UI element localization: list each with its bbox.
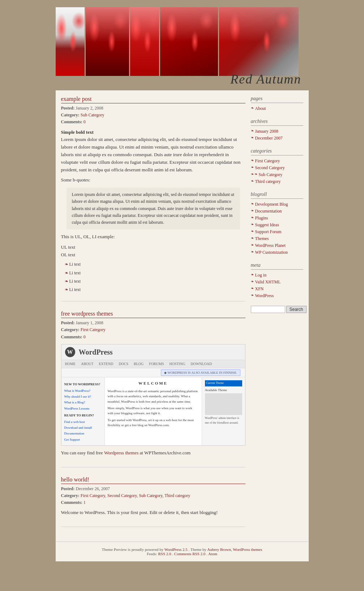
blogroll-list: Development Blog Documentation Plugins S… xyxy=(251,201,303,256)
categories-heading: categories xyxy=(251,148,303,155)
footer-wp-themes-link[interactable]: WordPress themes xyxy=(233,547,262,552)
sidebar-link-dec2007[interactable]: December 2007 xyxy=(255,136,283,141)
wp-nav-docs: DOCS xyxy=(119,361,128,367)
post-cat-link-2[interactable]: Second Category xyxy=(107,493,137,498)
wp-sidebar-link: What is a Blog? xyxy=(64,399,102,405)
wp-screenshot: W WordPress HOME ABOUT EXTEND DOCS BLOG … xyxy=(61,344,245,446)
list-item: WordPress Planet xyxy=(251,242,303,249)
sidebar-link-first-cat[interactable]: First Category xyxy=(255,158,280,163)
sidebar-blogroll: blogroll Development Blog Documentation … xyxy=(251,192,303,256)
list-item: Valid XHTML xyxy=(251,279,303,286)
post-body-example: Simple bold text Lorem ipsum dolor sit a… xyxy=(61,129,245,294)
meta-list: Log in Valid XHTML XFN WordPress xyxy=(251,272,303,299)
sidebar-link-jan2008[interactable]: January 2008 xyxy=(255,129,278,134)
wp-sidebar-link: Get Support xyxy=(64,437,102,442)
sidebar-link-dev-blog[interactable]: Development Blog xyxy=(255,202,288,207)
footer-rss-link[interactable]: RSS 2.0 xyxy=(158,552,171,556)
wp-sidebar-list2: Find a web host Download and install Doc… xyxy=(64,419,102,443)
list-item: WordPress xyxy=(251,292,303,299)
post-body-text: You can easy find free Wordpress themes … xyxy=(61,449,245,457)
search-button[interactable]: Search xyxy=(286,306,307,313)
sidebar-link-about[interactable]: About xyxy=(255,106,266,111)
categories-list: First Category Second Category ❧ Sub Cat… xyxy=(251,158,303,185)
post-hello-world: hello world! Posted: December 26, 2007 C… xyxy=(61,476,245,527)
sidebar-link-login[interactable]: Log in xyxy=(255,273,267,278)
sidebar-link-sub-cat[interactable]: Sub Category xyxy=(259,172,283,177)
sidebar-pages: pages About xyxy=(251,96,303,112)
list-item: Documentation xyxy=(251,208,303,215)
list-item: Second Category xyxy=(251,164,303,171)
post-title-link-example[interactable]: example post xyxy=(61,96,92,102)
post-category-link[interactable]: Sub Category xyxy=(81,112,104,117)
footer-wp-link[interactable]: WordPress 2.5 xyxy=(164,547,188,552)
sidebar: pages About archives January 2008 Decemb… xyxy=(251,96,303,536)
post-meta-example: Posted: January 2, 2008 Category: Sub Ca… xyxy=(61,105,245,126)
post-comments-link-3[interactable]: 1 xyxy=(83,500,86,505)
post-title-link-free-wp[interactable]: free wordpress themes xyxy=(61,311,113,317)
post-meta-hello: Posted: December 26, 2007 Category: Firs… xyxy=(61,485,245,506)
post-example: example post Posted: January 2, 2008 Cat… xyxy=(61,96,245,301)
list-item: December 2007 xyxy=(251,135,303,142)
content-area: example post Posted: January 2, 2008 Cat… xyxy=(61,96,245,536)
post-title-divider-2 xyxy=(61,318,245,318)
post-cat-link-3[interactable]: Sub Category xyxy=(139,493,163,498)
wp-sidebar-h2: READY TO BEGIN? xyxy=(64,413,102,418)
wp-nav-extend: EXTEND xyxy=(99,361,113,367)
list-item-sub: ❧ Sub Category xyxy=(251,171,303,178)
post-cat-link-4[interactable]: Third category xyxy=(164,493,190,498)
search-bar: Search xyxy=(251,306,303,313)
search-input[interactable] xyxy=(251,306,285,313)
post-meta-free-wp: Posted: January 1, 2008 Category: First … xyxy=(61,320,245,341)
ol-label: OL text xyxy=(61,251,245,259)
post-free-wp-themes: free wordpress themes Posted: January 1,… xyxy=(61,311,245,467)
list-item: Suggest Ideas xyxy=(251,222,303,228)
list-item: Development Blog xyxy=(251,201,303,208)
sidebar-link-second-cat[interactable]: Second Category xyxy=(255,165,285,170)
wp-nav-download: DOWNLOAD xyxy=(190,361,212,367)
post-title-divider xyxy=(61,103,245,103)
sidebar-link-docs[interactable]: Documentation xyxy=(255,209,282,214)
wp-theme-name: Available Theme xyxy=(205,387,242,393)
post-category-link-2[interactable]: First Category xyxy=(81,327,106,332)
sidebar-categories: categories First Category Second Categor… xyxy=(251,148,303,185)
sidebar-link-xhtml[interactable]: Valid XHTML xyxy=(255,279,281,284)
post-comments-link-2[interactable]: 0 xyxy=(83,334,86,339)
archives-heading: archives xyxy=(251,119,303,126)
sidebar-link-themes[interactable]: Themes xyxy=(255,236,269,241)
wp-nav-forums: FORUMS xyxy=(149,361,164,367)
list-item: About xyxy=(251,105,303,112)
sidebar-link-support[interactable]: Support Forum xyxy=(255,229,282,234)
wp-welcome-heading: WELCOME xyxy=(108,380,199,387)
list-item: Themes xyxy=(251,235,303,242)
sidebar-link-wp[interactable]: WordPress xyxy=(255,293,274,298)
list-item: Li text xyxy=(65,260,245,269)
sidebar-link-wp-planet[interactable]: WordPress Planet xyxy=(255,243,286,248)
li-list: Li text Li text Li text Li text xyxy=(61,260,245,294)
wp-search-bar: ◆ WORDPRESS IS ALSO AVAILABLE IN FINNISH… xyxy=(61,368,245,377)
archives-list: January 2008 December 2007 xyxy=(251,128,303,142)
post-cat-link-1[interactable]: First Category xyxy=(81,493,105,498)
footer-text: Theme Preview is proudly powered by Word… xyxy=(61,547,303,552)
sidebar-link-third-cat[interactable]: Third category xyxy=(255,179,281,184)
post-comments-link[interactable]: 0 xyxy=(83,119,86,124)
sidebar-link-xfn[interactable]: XFN xyxy=(255,286,264,291)
wp-nav-blog: BLOG xyxy=(134,361,144,367)
post-title-divider-3 xyxy=(61,484,245,484)
list-item: January 2008 xyxy=(251,128,303,135)
list-item: First Category xyxy=(251,158,303,164)
wp-main-content: WELCOME WordPress is a state-of-the-art … xyxy=(105,377,202,445)
wp-avail-notice: ◆ WORDPRESS IS ALSO AVAILABLE IN FINNISH… xyxy=(161,369,240,376)
sidebar-link-wp-custom[interactable]: WP Customization xyxy=(255,250,288,255)
sidebar-link-plugins[interactable]: Plugins xyxy=(255,215,268,220)
sidebar-link-suggest[interactable]: Suggest Ideas xyxy=(255,222,279,227)
site-header: Red Autumn xyxy=(56,0,309,90)
sidebar-archives: archives January 2008 December 2007 xyxy=(251,119,303,142)
wordpress-themes-link[interactable]: Wordpress themes xyxy=(104,450,138,455)
ul-label: UL text xyxy=(61,244,245,251)
footer-comments-rss[interactable]: Comments RSS 2.0 xyxy=(174,552,206,556)
footer-aubrey-link[interactable]: Aubrey Brown xyxy=(207,547,231,552)
footer-atom[interactable]: Atom xyxy=(208,552,217,556)
header-images xyxy=(56,0,309,76)
header-img-3 xyxy=(130,7,159,76)
post-title-link-hello[interactable]: hello world! xyxy=(61,476,90,483)
